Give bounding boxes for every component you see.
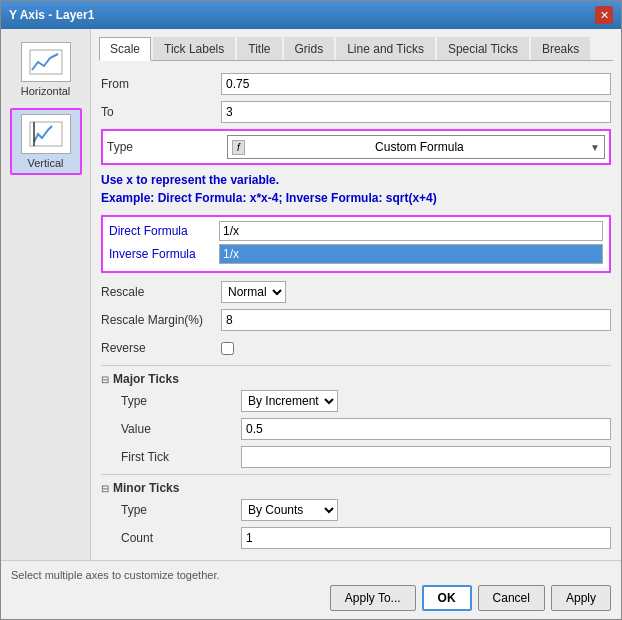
reverse-row: Reverse <box>101 337 611 359</box>
major-type-select[interactable]: By Increment By Counts <box>241 390 338 412</box>
reverse-label: Reverse <box>101 341 221 355</box>
window-title: Y Axis - Layer1 <box>9 8 94 22</box>
major-value-row: Value <box>121 418 611 440</box>
minor-type-label: Type <box>121 503 241 517</box>
tab-grids[interactable]: Grids <box>284 37 335 60</box>
major-value-input[interactable] <box>241 418 611 440</box>
type-row: Type f Custom Formula ▼ <box>107 135 605 159</box>
major-first-tick-input[interactable] <box>241 446 611 468</box>
tab-line-and-ticks[interactable]: Line and Ticks <box>336 37 435 60</box>
info-line1: Use x to represent the variable. <box>101 171 611 189</box>
inverse-formula-row: Inverse Formula <box>109 244 603 264</box>
rescale-margin-label: Rescale Margin(%) <box>101 313 221 327</box>
main-window: Y Axis - Layer1 ✕ Horizontal <box>0 0 622 620</box>
minor-ticks-content: Type By Counts By Increment Count <box>101 499 611 549</box>
cancel-button[interactable]: Cancel <box>478 585 545 611</box>
major-type-label: Type <box>121 394 241 408</box>
minor-ticks-collapse[interactable]: ⊟ Minor Ticks <box>101 481 611 495</box>
to-input[interactable] <box>221 101 611 123</box>
inverse-formula-input[interactable] <box>219 244 603 264</box>
minor-count-row: Count <box>121 527 611 549</box>
major-value-label: Value <box>121 422 241 436</box>
major-type-row: Type By Increment By Counts <box>121 390 611 412</box>
type-value: Custom Formula <box>375 140 464 154</box>
direct-formula-row: Direct Formula <box>109 221 603 241</box>
tabs-bar: Scale Tick Labels Title Grids Line and T… <box>99 37 613 61</box>
info-text: Use x to represent the variable. Example… <box>101 171 611 207</box>
from-label: From <box>101 77 221 91</box>
sidebar-item-vertical[interactable]: Vertical <box>10 108 82 175</box>
major-ticks-collapse-icon: ⊟ <box>101 374 109 385</box>
sidebar-item-horizontal[interactable]: Horizontal <box>10 37 82 102</box>
type-dropdown-arrow: ▼ <box>590 142 600 153</box>
direct-formula-input[interactable] <box>219 221 603 241</box>
minor-type-row: Type By Counts By Increment <box>121 499 611 521</box>
to-label: To <box>101 105 221 119</box>
button-row: Apply To... OK Cancel Apply <box>11 585 611 611</box>
minor-ticks-title: Minor Ticks <box>113 481 179 495</box>
tab-tick-labels[interactable]: Tick Labels <box>153 37 235 60</box>
direct-formula-label: Direct Formula <box>109 224 219 238</box>
close-button[interactable]: ✕ <box>595 6 613 24</box>
type-icon: f <box>232 140 245 155</box>
from-input[interactable] <box>221 73 611 95</box>
sidebar-item-horizontal-label: Horizontal <box>21 85 71 97</box>
sidebar-item-vertical-label: Vertical <box>27 157 63 169</box>
tab-breaks[interactable]: Breaks <box>531 37 590 60</box>
minor-ticks-collapse-icon: ⊟ <box>101 483 109 494</box>
vertical-icon <box>21 114 71 154</box>
rescale-label: Rescale <box>101 285 221 299</box>
tab-title[interactable]: Title <box>237 37 281 60</box>
to-row: To <box>101 101 611 123</box>
minor-count-label: Count <box>121 531 241 545</box>
minor-count-input[interactable] <box>241 527 611 549</box>
rescale-select[interactable]: Normal Linear Log10 <box>221 281 286 303</box>
sidebar: Horizontal Vertical <box>1 29 91 560</box>
tab-scale[interactable]: Scale <box>99 37 151 61</box>
major-first-tick-label: First Tick <box>121 450 241 464</box>
major-ticks-collapse[interactable]: ⊟ Major Ticks <box>101 372 611 386</box>
from-row: From <box>101 73 611 95</box>
formula-box: Direct Formula Inverse Formula <box>101 215 611 273</box>
ok-button[interactable]: OK <box>422 585 472 611</box>
reverse-checkbox[interactable] <box>221 342 234 355</box>
title-bar: Y Axis - Layer1 ✕ <box>1 1 621 29</box>
apply-to-button[interactable]: Apply To... <box>330 585 416 611</box>
bottom-bar: Select multiple axes to customize togeth… <box>1 560 621 619</box>
rescale-margin-row: Rescale Margin(%) <box>101 309 611 331</box>
rescale-row: Rescale Normal Linear Log10 <box>101 281 611 303</box>
type-box: Type f Custom Formula ▼ <box>101 129 611 165</box>
scale-tab-content: From To Type f Custom Formula ▼ <box>99 69 613 552</box>
major-ticks-content: Type By Increment By Counts Value First … <box>101 390 611 468</box>
major-first-tick-row: First Tick <box>121 446 611 468</box>
type-label: Type <box>107 140 227 154</box>
bottom-hint: Select multiple axes to customize togeth… <box>11 569 611 581</box>
type-dropdown[interactable]: f Custom Formula ▼ <box>227 135 605 159</box>
tab-special-ticks[interactable]: Special Ticks <box>437 37 529 60</box>
major-ticks-title: Major Ticks <box>113 372 179 386</box>
minor-type-select[interactable]: By Counts By Increment <box>241 499 338 521</box>
main-content: Scale Tick Labels Title Grids Line and T… <box>91 29 621 560</box>
apply-button[interactable]: Apply <box>551 585 611 611</box>
info-line2: Example: Direct Formula: x*x-4; Inverse … <box>101 189 611 207</box>
horizontal-icon <box>21 42 71 82</box>
rescale-margin-input[interactable] <box>221 309 611 331</box>
inverse-formula-label: Inverse Formula <box>109 247 219 261</box>
